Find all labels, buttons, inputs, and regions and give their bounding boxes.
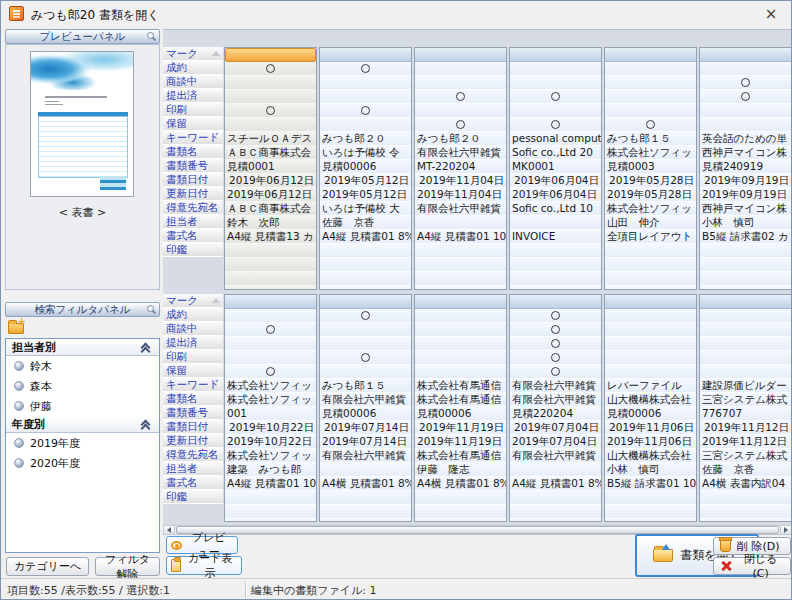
label-キーワード[interactable]: キーワード	[163, 378, 223, 392]
label-印鑑[interactable]: 印鑑	[163, 490, 223, 504]
magnifier-icon[interactable]	[147, 32, 154, 39]
filter-item-label: 伊藤	[30, 399, 52, 414]
label-印刷[interactable]: 印刷	[163, 103, 223, 117]
ball-bullet-icon	[14, 381, 24, 391]
label-成約[interactable]: 成約	[163, 308, 223, 322]
card-view-button[interactable]: カード表示	[166, 556, 242, 575]
cell-format: 全項目レイアウト	[605, 230, 696, 244]
document-card[interactable]: 株式会社ソフィッ株式会社ソフィッ0012019年10月22日2019年10月22…	[224, 294, 317, 522]
cell-status-提出済	[700, 337, 791, 351]
sort-triangle-icon[interactable]	[212, 298, 220, 303]
label-提出済[interactable]: 提出済	[163, 89, 223, 103]
filter-panel-header[interactable]: 検索フィルタパネル	[5, 302, 160, 317]
filter-section-header[interactable]: 担当者別	[6, 339, 159, 356]
filter-item-伊藤[interactable]: 伊藤	[6, 396, 159, 416]
document-card[interactable]: みつも郎２０有限会社六甲雑貨MT-2202042019年11月04日2019年1…	[414, 47, 507, 290]
cell-person: 鈴木 次郎	[225, 216, 316, 230]
cell-person	[415, 216, 506, 230]
cell-status-提出済	[225, 337, 316, 351]
cell-status-保留	[605, 365, 696, 379]
document-card[interactable]: みつも郎２０いろは予備校 令見積000062019年05月12日2019年05月…	[319, 47, 412, 290]
label-得意先宛名[interactable]: 得意先宛名	[163, 201, 223, 215]
scrollbar-thumb[interactable]	[176, 526, 779, 534]
cell-person	[510, 463, 601, 477]
label-提出済[interactable]: 提出済	[163, 336, 223, 350]
label-担当者[interactable]: 担当者	[163, 462, 223, 476]
cell-status-提出済	[605, 90, 696, 104]
cell-filler	[415, 272, 506, 286]
cell-client: 株式会社有馬通信	[415, 449, 506, 463]
label-マーク[interactable]: マーク	[163, 47, 223, 61]
label-マーク[interactable]: マーク	[163, 294, 223, 308]
document-grid: マーク成約商談中提出済印刷保留キーワード書類名書類番号書類日付更新日付得意先宛名…	[163, 29, 792, 535]
status-circle	[456, 120, 465, 129]
sort-triangle-icon[interactable]	[212, 51, 220, 56]
label-書類名[interactable]: 書類名	[163, 145, 223, 159]
cell-status-印刷	[225, 351, 316, 365]
close-dialog-button[interactable]: 閉じる(C)	[713, 557, 791, 575]
document-card[interactable]: pessonal computeSofic co.,Ltd 20MK000120…	[509, 47, 602, 290]
document-card[interactable]: みつも郎１５株式会社ソフィッ見積00032019年05月28日2019年05月2…	[604, 47, 697, 290]
collapse-chevron-icon[interactable]	[141, 344, 150, 353]
label-商談中[interactable]: 商談中	[163, 322, 223, 336]
label-書類番号[interactable]: 書類番号	[163, 406, 223, 420]
cell-name: 西神戸マイコン株	[700, 146, 791, 160]
magnifier-icon[interactable]	[147, 305, 154, 312]
preview-panel-header[interactable]: プレビューパネル	[5, 29, 160, 44]
document-card[interactable]: スチールＯＡデスＡＢＣ商事株式会見積00012019年06月12日2019年06…	[224, 47, 317, 290]
label-書類番号[interactable]: 書類番号	[163, 159, 223, 173]
category-button[interactable]: カテゴリーへ	[6, 557, 89, 576]
filter-item-鈴木[interactable]: 鈴木	[6, 356, 159, 376]
scroll-right-icon[interactable]	[780, 526, 791, 534]
label-書類名[interactable]: 書類名	[163, 392, 223, 406]
label-更新日付[interactable]: 更新日付	[163, 187, 223, 201]
folder-plus-icon[interactable]	[8, 323, 24, 334]
document-card[interactable]: 英会話のための単西神戸マイコン株見積2409192019年09月19日2019年…	[699, 47, 792, 290]
cell-number: 見積00006	[415, 407, 506, 421]
cell-status-印刷	[415, 104, 506, 118]
label-書式名[interactable]: 書式名	[163, 229, 223, 243]
filter-item-森本[interactable]: 森本	[6, 376, 159, 396]
filter-section-header[interactable]: 年度別	[6, 416, 159, 433]
cell-status-成約	[510, 62, 601, 76]
cell-name: 有限会社六甲雑貨	[415, 146, 506, 160]
close-icon[interactable]: ×	[751, 1, 791, 27]
label-書類日付[interactable]: 書類日付	[163, 420, 223, 434]
cell-status-商談中	[700, 323, 791, 337]
label-得意先宛名[interactable]: 得意先宛名	[163, 448, 223, 462]
cell-status-印刷	[605, 104, 696, 118]
document-card[interactable]: 株式会社有馬通信株式会社有馬通信見積000062019年11月19日2019年1…	[414, 294, 507, 522]
label-保留[interactable]: 保留	[163, 364, 223, 378]
label-保留[interactable]: 保留	[163, 117, 223, 131]
cell-status-提出済	[415, 337, 506, 351]
document-card[interactable]: 建設原価ビルダー三宮システム株式7767072019年11月12日2019年11…	[699, 294, 792, 522]
label-書式名[interactable]: 書式名	[163, 476, 223, 490]
label-成約[interactable]: 成約	[163, 61, 223, 75]
cell-status-印刷	[510, 351, 601, 365]
label-キーワード[interactable]: キーワード	[163, 131, 223, 145]
status-circle	[361, 353, 370, 362]
collapse-chevron-icon[interactable]	[141, 421, 150, 430]
status-circle	[551, 367, 560, 376]
cell-status-保留	[605, 118, 696, 132]
label-印鑑[interactable]: 印鑑	[163, 243, 223, 257]
label-更新日付[interactable]: 更新日付	[163, 434, 223, 448]
filter-item-2019年度[interactable]: 2019年度	[6, 433, 159, 453]
cell-client: Sofic co.,Ltd 10	[510, 202, 601, 216]
cell-name: ＡＢＣ商事株式会	[225, 146, 316, 160]
label-印刷[interactable]: 印刷	[163, 350, 223, 364]
document-card[interactable]: レバーファイル山大機構株式会社見積000062019年11月06日2019年11…	[604, 294, 697, 522]
status-circle	[551, 339, 560, 348]
cell-date: 2019年05月28日	[605, 174, 696, 188]
label-担当者[interactable]: 担当者	[163, 215, 223, 229]
cell-status-成約	[605, 309, 696, 323]
filter-item-2020年度[interactable]: 2020年度	[6, 453, 159, 473]
scroll-left-icon[interactable]	[164, 526, 175, 534]
label-書類日付[interactable]: 書類日付	[163, 173, 223, 187]
status-circle	[361, 106, 370, 115]
clear-filter-button[interactable]: フィルタ解除	[95, 557, 160, 576]
label-商談中[interactable]: 商談中	[163, 75, 223, 89]
cell-status-印刷	[415, 351, 506, 365]
document-card[interactable]: 有限会社六甲雑貨有限会社六甲雑貨見積2202042019年07月04日2019年…	[509, 294, 602, 522]
document-card[interactable]: みつも郎１５有限会社六甲雑貨見積000062019年07月14日2019年07月…	[319, 294, 412, 522]
